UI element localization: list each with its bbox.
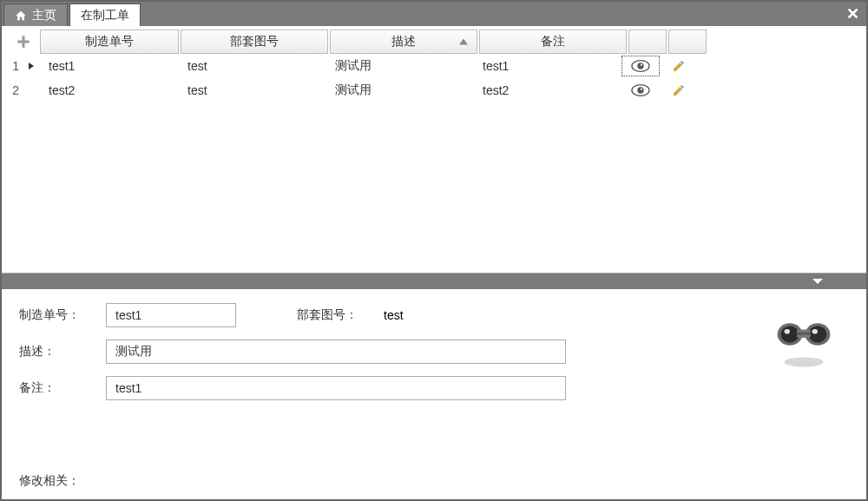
svg-point-9 — [781, 326, 799, 342]
label-part-no: 部套图号： — [297, 307, 375, 323]
svg-point-1 — [637, 63, 643, 69]
tab-workorder-label: 在制工单 — [81, 8, 129, 23]
grid-area: 制造单号 部套图号 描述 备注 1 test1 test 测试用 test1 2 — [2, 26, 866, 274]
tab-bar: 主页 在制工单 ✕ — [2, 2, 866, 26]
search-binoculars-button[interactable] — [769, 303, 838, 372]
svg-point-5 — [641, 89, 642, 90]
column-header-edit — [668, 30, 707, 54]
cell-manufacture-no: test1 — [40, 59, 179, 73]
edit-button[interactable] — [660, 59, 698, 73]
label-modify-related: 修改相关： — [19, 473, 80, 489]
label-manufacture-no: 制造单号： — [19, 307, 97, 323]
column-header-remark[interactable]: 备注 — [479, 30, 627, 54]
table-row[interactable]: 2 test2 test 测试用 test2 — [2, 78, 866, 102]
form-row-description: 描述： — [19, 339, 849, 364]
tab-home-label: 主页 — [32, 8, 56, 23]
row-number: 1 — [7, 59, 23, 73]
column-header-part-no[interactable]: 部套图号 — [181, 30, 328, 54]
view-button[interactable] — [621, 56, 660, 76]
input-description[interactable] — [106, 339, 566, 364]
table-row[interactable]: 1 test1 test 测试用 test1 — [2, 54, 866, 78]
tab-workorder[interactable]: 在制工单 — [69, 3, 141, 26]
home-icon — [15, 10, 27, 22]
col-label: 部套图号 — [230, 34, 279, 49]
tab-home[interactable]: 主页 — [3, 3, 68, 26]
cell-part-no: test — [179, 83, 326, 97]
cell-remark: test1 — [474, 59, 621, 73]
col-label: 描述 — [391, 34, 416, 49]
column-header-view — [628, 30, 667, 54]
svg-point-4 — [637, 87, 643, 93]
col-label: 备注 — [541, 34, 565, 49]
form-row-remark: 备注： — [19, 376, 849, 400]
add-row-button[interactable] — [7, 30, 40, 54]
cell-description: 测试用 — [326, 82, 474, 98]
panel-divider[interactable] — [2, 274, 866, 289]
label-remark: 备注： — [19, 380, 97, 396]
column-header-description[interactable]: 描述 — [330, 30, 477, 54]
input-manufacture-no[interactable] — [106, 303, 236, 327]
row-pointer-icon — [23, 62, 40, 70]
column-header-manufacture-no[interactable]: 制造单号 — [40, 30, 179, 54]
grid-header-row: 制造单号 部套图号 描述 备注 — [2, 26, 866, 54]
svg-point-2 — [641, 64, 642, 66]
cell-manufacture-no: test2 — [40, 83, 179, 97]
cell-part-no: test — [179, 59, 326, 73]
form-row-manufacture-no: 制造单号： 部套图号： test — [19, 303, 849, 327]
close-button[interactable]: ✕ — [844, 5, 861, 23]
detail-panel: 制造单号： 部套图号： test 描述： 备注： 修改相关： — [2, 289, 866, 501]
value-part-no: test — [384, 308, 404, 322]
label-description: 描述： — [19, 344, 97, 359]
svg-point-11 — [785, 329, 790, 334]
svg-rect-14 — [797, 333, 811, 335]
input-remark[interactable] — [106, 376, 566, 400]
view-button[interactable] — [621, 83, 660, 97]
svg-point-10 — [809, 326, 827, 342]
svg-point-6 — [785, 357, 824, 366]
row-number: 2 — [7, 83, 23, 97]
col-label: 制造单号 — [85, 34, 134, 49]
cell-description: 测试用 — [326, 58, 474, 74]
edit-button[interactable] — [660, 83, 698, 97]
cell-remark: test2 — [474, 83, 621, 97]
svg-point-12 — [812, 329, 818, 334]
